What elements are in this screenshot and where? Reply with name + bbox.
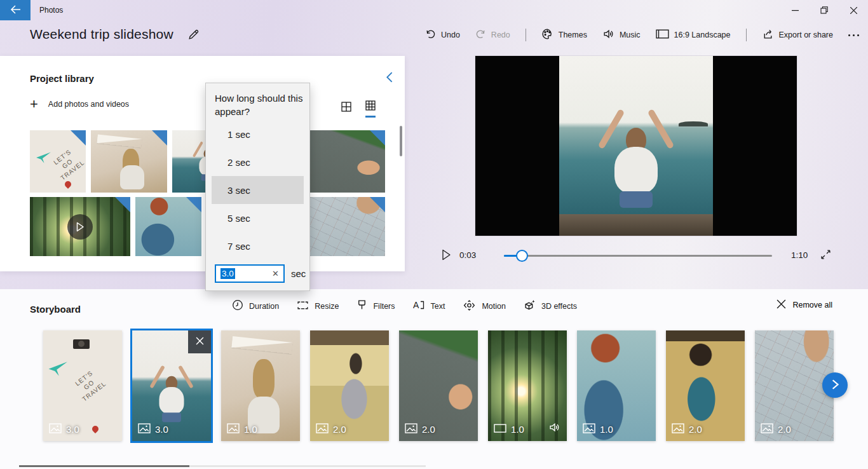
video-preview bbox=[475, 56, 797, 236]
cube-sparkle-icon bbox=[524, 299, 536, 313]
duration-option-5sec[interactable]: 5 sec bbox=[212, 204, 304, 232]
music-button[interactable]: Music bbox=[602, 28, 641, 42]
titlebar: Photos bbox=[0, 0, 868, 20]
library-thumb-road[interactable] bbox=[310, 130, 385, 193]
clip-camera-woman[interactable]: 2.0 bbox=[666, 330, 745, 441]
storyboard-section: Storyboard Duration Resize Filters bbox=[0, 289, 868, 469]
speaker-icon bbox=[602, 28, 614, 42]
clip-lets-go-travel[interactable]: LET'S GO TRAVEL 3.0 bbox=[43, 330, 122, 441]
clip-forest-video[interactable]: 1.0 bbox=[488, 330, 567, 441]
small-grid-view-button[interactable] bbox=[341, 100, 351, 118]
photo-icon bbox=[49, 423, 62, 435]
storyboard-scrollbar-thumb[interactable] bbox=[19, 465, 189, 467]
plus-icon: + bbox=[30, 99, 38, 110]
window-controls bbox=[780, 0, 868, 20]
added-corner-badge bbox=[115, 197, 130, 212]
duration-option-1sec[interactable]: 1 sec bbox=[212, 120, 304, 148]
duration-option-2sec[interactable]: 2 sec bbox=[212, 148, 304, 176]
library-thumb-lets-go-travel[interactable]: LET'S GO TRAVEL bbox=[30, 130, 86, 193]
large-grid-view-button[interactable] bbox=[365, 100, 376, 118]
clip-arms-raised-selected[interactable]: 3.0 bbox=[132, 330, 211, 441]
top-toolbar: Undo Redo Themes Music bbox=[425, 25, 859, 44]
pennant-graphic bbox=[232, 336, 293, 354]
restore-button[interactable] bbox=[810, 0, 839, 20]
svg-text:A: A bbox=[413, 300, 419, 310]
custom-duration-row: 3.0 ✕ sec bbox=[215, 264, 306, 283]
collapse-panel-button[interactable] bbox=[385, 71, 395, 85]
close-icon bbox=[196, 337, 204, 347]
clip-person-water[interactable]: 1.0 bbox=[577, 330, 656, 441]
rename-project-button[interactable] bbox=[187, 28, 200, 43]
duration-badge: 1.0 bbox=[494, 423, 524, 435]
back-arrow-icon bbox=[10, 5, 21, 16]
library-view-toggle bbox=[341, 100, 376, 118]
person-graphic bbox=[598, 107, 674, 214]
remove-clip-button[interactable] bbox=[188, 330, 211, 353]
duration-tool-button[interactable]: Duration bbox=[232, 299, 279, 313]
remove-all-button[interactable]: Remove all bbox=[776, 299, 832, 311]
duration-option-7sec[interactable]: 7 sec bbox=[212, 232, 304, 260]
slider-track[interactable] bbox=[504, 255, 772, 257]
travel-word-art: LET'S GO TRAVEL bbox=[49, 146, 86, 182]
x-icon bbox=[776, 299, 786, 311]
fullscreen-button[interactable] bbox=[820, 249, 831, 262]
duration-badge: 1.0 bbox=[583, 423, 613, 435]
library-scrollbar[interactable] bbox=[400, 126, 402, 156]
themes-button[interactable]: Themes bbox=[541, 28, 587, 42]
undo-icon bbox=[425, 29, 436, 41]
photo-icon bbox=[761, 423, 773, 435]
added-corner-badge bbox=[370, 197, 385, 212]
clip-tuktuk[interactable]: 2.0 bbox=[310, 330, 389, 441]
clip-road[interactable]: 2.0 bbox=[399, 330, 478, 441]
total-time: 1:10 bbox=[791, 250, 808, 260]
library-thumb-freedom[interactable] bbox=[91, 130, 167, 193]
airplane-graphic bbox=[48, 359, 69, 379]
close-button[interactable] bbox=[839, 0, 868, 20]
camera-graphic bbox=[73, 339, 90, 349]
photo-icon bbox=[316, 423, 329, 435]
clear-input-icon[interactable]: ✕ bbox=[272, 269, 279, 278]
3d-effects-tool-button[interactable]: 3D effects bbox=[524, 299, 577, 313]
duration-badge: 3.0 bbox=[138, 423, 168, 435]
back-button[interactable] bbox=[0, 0, 31, 20]
map-pin-graphic bbox=[91, 425, 100, 433]
app-name: Photos bbox=[39, 6, 63, 15]
resize-icon bbox=[297, 301, 309, 312]
photo-icon bbox=[583, 423, 595, 435]
resize-tool-button[interactable]: Resize bbox=[297, 299, 339, 313]
palette-icon bbox=[541, 28, 553, 42]
duration-badge: 2.0 bbox=[761, 423, 791, 435]
expand-icon bbox=[820, 252, 831, 262]
figure-graphic bbox=[253, 359, 275, 398]
preview-frame-photo bbox=[559, 56, 713, 236]
add-photos-button[interactable]: + Add photos and videos bbox=[30, 99, 129, 110]
clock-icon bbox=[232, 299, 243, 313]
play-button[interactable] bbox=[442, 249, 451, 262]
undo-button[interactable]: Undo bbox=[425, 29, 460, 41]
redo-button[interactable]: Redo bbox=[475, 29, 510, 41]
project-library-title: Project library bbox=[30, 73, 94, 84]
aspect-ratio-button[interactable]: 16:9 Landscape bbox=[656, 29, 731, 41]
minimize-button[interactable] bbox=[780, 0, 810, 20]
slider-thumb[interactable] bbox=[516, 250, 528, 262]
clip-freedom[interactable]: 1.0 bbox=[221, 330, 300, 441]
scroll-next-button[interactable] bbox=[822, 372, 848, 398]
large-grid-icon bbox=[365, 103, 376, 112]
duration-badge: 3.0 bbox=[49, 423, 79, 435]
duration-badge: 2.0 bbox=[316, 423, 346, 435]
motion-tool-button[interactable]: Motion bbox=[463, 299, 506, 313]
duration-option-3sec[interactable]: 3 sec bbox=[212, 176, 304, 204]
text-tool-button[interactable]: A Text bbox=[413, 299, 445, 313]
custom-duration-value: 3.0 bbox=[220, 268, 235, 279]
top-region: Photos Weekend trip slideshow bbox=[0, 0, 868, 289]
storyboard-toolbar: Duration Resize Filters A Text bbox=[232, 299, 577, 313]
filters-tool-button[interactable]: Filters bbox=[356, 299, 395, 313]
storyboard-scrollbar-track[interactable] bbox=[19, 465, 426, 467]
more-options-button[interactable] bbox=[848, 34, 859, 36]
seek-slider[interactable] bbox=[504, 249, 772, 262]
share-icon bbox=[762, 28, 774, 42]
photo-icon bbox=[138, 423, 151, 435]
custom-duration-input[interactable]: 3.0 ✕ bbox=[215, 264, 285, 283]
project-library-panel: Project library + Add photos and videos bbox=[0, 56, 405, 271]
export-share-button[interactable]: Export or share bbox=[762, 28, 833, 42]
